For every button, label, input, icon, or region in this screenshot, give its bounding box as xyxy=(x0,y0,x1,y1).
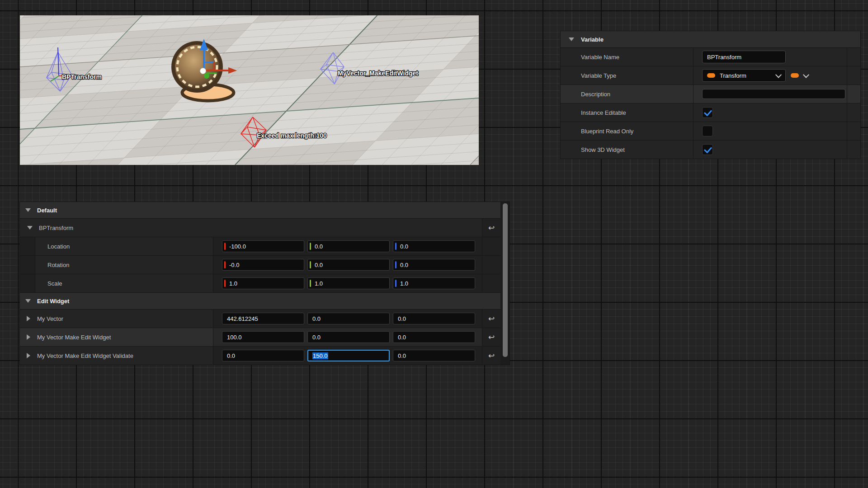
scale-z-field[interactable]: 1.0 xyxy=(393,277,475,289)
blueprint-read-only-checkbox[interactable] xyxy=(702,126,713,136)
mvmewv-z-field[interactable]: 0.0 xyxy=(393,350,475,361)
y-axis-bar-icon xyxy=(310,261,311,268)
location-z-field[interactable]: 0.0 xyxy=(393,240,475,252)
reset-cell xyxy=(482,237,500,255)
location-y-field[interactable]: 0.0 xyxy=(307,240,390,252)
myvector-widget-label: MyVector_MakeEditWidget xyxy=(338,70,418,77)
description-row: Description xyxy=(561,85,860,103)
z-axis-bar-icon xyxy=(395,280,396,287)
reset-to-default-button[interactable]: ↩ xyxy=(488,333,495,341)
location-y-value: 0.0 xyxy=(315,243,323,250)
reset-to-default-button[interactable]: ↩ xyxy=(488,352,495,360)
blueprint-read-only-row: Blueprint Read Only xyxy=(561,122,860,141)
bptransform-struct-label-cell[interactable]: BPTransform xyxy=(20,219,482,237)
reset-to-default-button[interactable]: ↩ xyxy=(488,315,495,323)
mvmewv-y-field-focused[interactable]: 150.0 xyxy=(307,350,390,361)
sphere-mesh[interactable] xyxy=(171,41,223,93)
variable-type-label: Variable Type xyxy=(561,66,693,84)
x-axis-bar-icon xyxy=(224,261,226,268)
row-collapsed-icon[interactable] xyxy=(27,334,30,340)
mvmew-z-field[interactable]: 0.0 xyxy=(393,331,475,343)
mvmew-x-value: 100.0 xyxy=(227,334,242,341)
location-x-field[interactable]: -100.0 xyxy=(222,240,304,252)
default-section-header[interactable]: Default xyxy=(20,202,500,219)
variable-section-header[interactable]: Variable xyxy=(561,31,860,48)
scale-label: Scale xyxy=(20,274,213,292)
rotation-x-field[interactable]: -0.0 xyxy=(222,259,304,271)
scale-x-field[interactable]: 1.0 xyxy=(222,277,304,289)
my-vector-x-field[interactable]: 442.612245 xyxy=(222,313,304,324)
container-type-chevron-icon[interactable] xyxy=(803,72,809,78)
mvmew-x-field[interactable]: 100.0 xyxy=(222,331,304,343)
check-icon xyxy=(704,108,712,117)
show-3d-widget-checkbox[interactable] xyxy=(702,144,713,155)
my-vector-make-edit-widget-validate-row: My Vector Make Edit Widget Validate 0.0 … xyxy=(20,347,500,365)
location-row: Location -100.0 0.0 0.0 xyxy=(20,237,500,256)
my-vector-y-field[interactable]: 0.0 xyxy=(307,313,390,324)
section-expanded-icon xyxy=(25,208,31,212)
mvmew-z-value: 0.0 xyxy=(398,334,406,341)
instance-editable-row: Instance Editable xyxy=(561,103,860,122)
variable-type-value: Transform xyxy=(720,72,746,79)
blueprint-read-only-label: Blueprint Read Only xyxy=(561,122,693,140)
my-vector-make-edit-widget-label-cell[interactable]: My Vector Make Edit Widget xyxy=(20,328,213,346)
rotation-x-value: -0.0 xyxy=(229,262,239,268)
variable-type-dropdown[interactable]: Transform xyxy=(702,69,786,82)
mvmewv-x-field[interactable]: 0.0 xyxy=(222,350,304,361)
my-vector-label: My Vector xyxy=(37,315,63,322)
z-axis-bar-icon xyxy=(395,243,396,250)
row-collapsed-icon[interactable] xyxy=(27,353,30,358)
variable-name-input[interactable]: BPTransform xyxy=(702,51,786,63)
show-3d-widget-label: Show 3D Widget xyxy=(561,141,693,159)
my-vector-make-edit-widget-label: My Vector Make Edit Widget xyxy=(37,334,111,341)
description-input[interactable] xyxy=(702,89,845,99)
details-scrollbar-thumb[interactable] xyxy=(503,203,508,357)
instance-editable-checkbox[interactable] xyxy=(702,107,713,118)
variable-name-value: BPTransform xyxy=(707,54,741,61)
viewport-preview: BPTransform MyVector_MakeEditWidget Exce… xyxy=(20,15,479,165)
gizmo-origin-handle[interactable] xyxy=(200,68,206,74)
scale-y-field[interactable]: 1.0 xyxy=(307,277,390,289)
variable-details-panel: Variable Variable Name BPTransform Varia… xyxy=(561,31,860,159)
my-vector-x-value: 442.612245 xyxy=(227,315,258,322)
edit-widget-section-header[interactable]: Edit Widget xyxy=(20,293,500,310)
z-axis-bar-icon xyxy=(395,261,396,268)
variable-name-row: Variable Name BPTransform xyxy=(561,48,860,66)
rotation-y-field[interactable]: 0.0 xyxy=(307,259,390,271)
my-vector-y-value: 0.0 xyxy=(312,315,321,322)
mvmewv-label-cell[interactable]: My Vector Make Edit Widget Validate xyxy=(20,347,213,365)
section-expanded-icon xyxy=(25,299,31,303)
row-expanded-icon[interactable] xyxy=(27,226,33,230)
mvmew-y-value: 0.0 xyxy=(312,334,321,341)
mvmew-y-field[interactable]: 0.0 xyxy=(307,331,390,343)
rotation-z-field[interactable]: 0.0 xyxy=(393,259,475,271)
my-vector-label-cell[interactable]: My Vector xyxy=(20,310,213,328)
edit-widget-section-title: Edit Widget xyxy=(37,298,69,305)
details-scrollbar-track[interactable] xyxy=(500,202,509,365)
location-label: Location xyxy=(20,237,213,255)
x-axis-bar-icon xyxy=(224,280,226,287)
y-axis-bar-icon xyxy=(310,243,311,250)
mvmewv-x-value: 0.0 xyxy=(227,352,235,359)
rotation-y-value: 0.0 xyxy=(315,262,323,268)
rotation-label: Rotation xyxy=(20,256,213,274)
reset-cell xyxy=(482,274,500,292)
scale-x-value: 1.0 xyxy=(229,280,237,287)
row-collapsed-icon[interactable] xyxy=(27,316,30,321)
mvmewv-z-value: 0.0 xyxy=(398,352,406,359)
scale-row: Scale 1.0 1.0 1.0 xyxy=(20,274,500,293)
defaults-details-panel: Default BPTransform ↩ Location -100.0 xyxy=(20,202,509,365)
gizmo-y-handle[interactable] xyxy=(204,73,209,79)
mvmewv-y-value-selected: 150.0 xyxy=(312,352,328,359)
reset-cell: ↩ xyxy=(482,219,500,237)
my-vector-row: My Vector 442.612245 0.0 0.0 ↩ xyxy=(20,310,500,328)
bptransform-struct-row: BPTransform ↩ xyxy=(20,219,500,237)
transform-type-pill-icon xyxy=(707,73,715,78)
container-type-pill-icon[interactable] xyxy=(791,73,799,78)
variable-type-row: Variable Type Transform xyxy=(561,66,860,85)
description-label: Description xyxy=(561,85,693,103)
check-icon xyxy=(704,145,712,154)
my-vector-z-field[interactable]: 0.0 xyxy=(393,313,475,324)
reset-to-default-button[interactable]: ↩ xyxy=(488,224,495,232)
x-axis-bar-icon xyxy=(224,243,226,250)
